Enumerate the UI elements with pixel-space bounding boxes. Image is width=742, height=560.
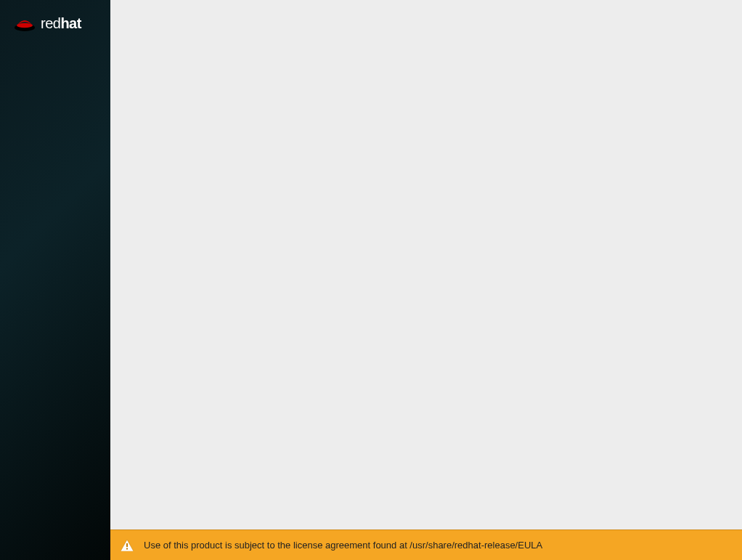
- warning-icon: [121, 540, 134, 551]
- logo-text-red: red: [41, 15, 60, 31]
- sidebar: redhat: [0, 0, 110, 560]
- redhat-logo: redhat: [13, 15, 81, 32]
- eula-text: Use of this product is subject to the li…: [144, 540, 542, 551]
- redhat-hat-icon: [13, 15, 36, 32]
- svg-rect-19: [126, 548, 128, 549]
- logo-text-hat: hat: [60, 15, 81, 31]
- eula-bar: Use of this product is subject to the li…: [110, 529, 742, 560]
- svg-rect-18: [126, 543, 128, 547]
- svg-point-1: [17, 23, 33, 28]
